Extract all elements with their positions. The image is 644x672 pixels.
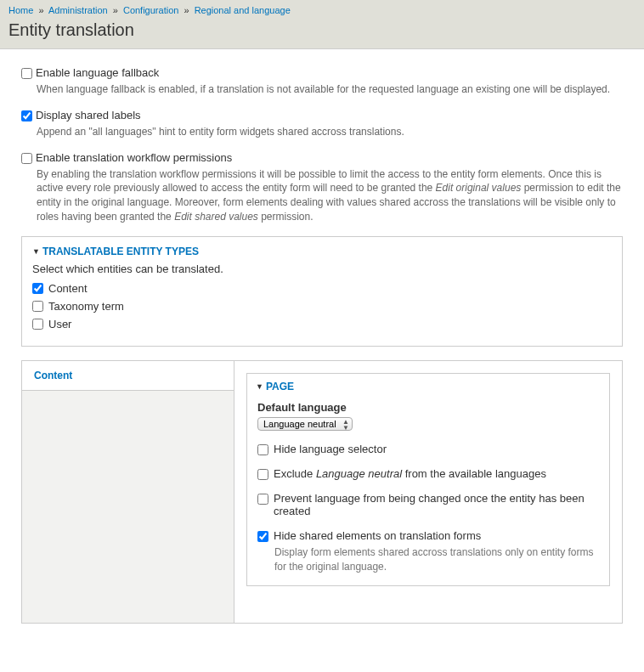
default-language-select[interactable]: Language neutral	[263, 419, 348, 429]
header-bar: Home » Administration » Configuration » …	[0, 0, 644, 49]
breadcrumb: Home » Administration » Configuration » …	[0, 0, 644, 17]
default-language-label: Default language	[257, 401, 599, 414]
page-legend-text: Page	[266, 381, 294, 392]
content-region: Enable language fallback When language f…	[0, 49, 644, 641]
shared-labels-checkbox[interactable]	[21, 110, 32, 121]
entity-user-label[interactable]: User	[48, 318, 71, 330]
translatable-legend-text: Translatable entity types	[42, 246, 199, 257]
fallback-checkbox[interactable]	[21, 68, 32, 79]
vertical-tabs-list: Content	[22, 361, 234, 623]
translatable-desc: Select which entities can be translated.	[32, 263, 612, 275]
fallback-description: When language fallback is enabled, if a …	[37, 82, 623, 97]
vertical-tabs: Content ▼ Page Default language Language…	[21, 360, 623, 624]
breadcrumb-home[interactable]: Home	[8, 5, 33, 15]
entity-content-checkbox[interactable]	[32, 283, 43, 294]
entity-taxonomy-checkbox[interactable]	[32, 301, 43, 312]
translatable-body: Select which entities can be translated.…	[22, 263, 622, 346]
breadcrumb-sep: »	[113, 5, 118, 15]
tab-content[interactable]: Content	[22, 361, 234, 391]
fallback-label[interactable]: Enable language fallback	[36, 66, 159, 79]
entity-taxonomy-label[interactable]: Taxonomy term	[48, 300, 124, 313]
page-fieldset: ▼ Page Default language Language neutral…	[246, 373, 610, 587]
triangle-down-icon: ▼	[256, 382, 263, 391]
triangle-down-icon: ▼	[32, 247, 40, 256]
shared-labels-label[interactable]: Display shared labels	[36, 109, 141, 121]
translatable-legend[interactable]: ▼ Translatable entity types	[22, 237, 622, 263]
page-legend[interactable]: ▼ Page	[247, 374, 609, 398]
exclude-neutral-checkbox[interactable]	[257, 469, 268, 480]
breadcrumb-regional[interactable]: Regional and language	[195, 5, 291, 15]
page-title: Entity translation	[0, 17, 644, 48]
workflow-description: By enabling the translation workflow per…	[37, 167, 623, 224]
translatable-fieldset: ▼ Translatable entity types Select which…	[21, 236, 623, 347]
entity-user-checkbox[interactable]	[32, 319, 43, 330]
breadcrumb-sep: »	[38, 5, 43, 15]
fallback-item: Enable language fallback When language f…	[21, 66, 623, 97]
entity-content-label[interactable]: Content	[48, 282, 88, 295]
breadcrumb-config[interactable]: Configuration	[123, 5, 178, 15]
page-body: Default language Language neutral ▲▼ Hid…	[247, 398, 609, 586]
shared-labels-item: Display shared labels Append an "all lan…	[21, 109, 623, 139]
default-language-select-wrap[interactable]: Language neutral ▲▼	[257, 417, 353, 431]
exclude-neutral-label[interactable]: Exclude Language neutral from the availa…	[274, 467, 546, 480]
workflow-label[interactable]: Enable translation workflow permissions	[36, 151, 232, 164]
prevent-change-label[interactable]: Prevent language from being changed once…	[274, 492, 599, 517]
prevent-change-checkbox[interactable]	[257, 494, 268, 505]
workflow-item: Enable translation workflow permissions …	[21, 151, 623, 224]
workflow-checkbox[interactable]	[21, 153, 32, 164]
hide-selector-label[interactable]: Hide language selector	[274, 443, 387, 455]
breadcrumb-admin[interactable]: Administration	[48, 5, 108, 15]
hide-selector-checkbox[interactable]	[257, 444, 268, 455]
breadcrumb-sep: »	[184, 5, 189, 15]
hide-shared-label[interactable]: Hide shared elements on translation form…	[274, 529, 481, 542]
shared-labels-description: Append an "all languages" hint to entity…	[37, 125, 623, 139]
vertical-tabs-pane: ▼ Page Default language Language neutral…	[234, 361, 622, 623]
hide-shared-checkbox[interactable]	[257, 531, 268, 542]
hide-shared-description: Display form elements shared accross tra…	[274, 545, 599, 574]
